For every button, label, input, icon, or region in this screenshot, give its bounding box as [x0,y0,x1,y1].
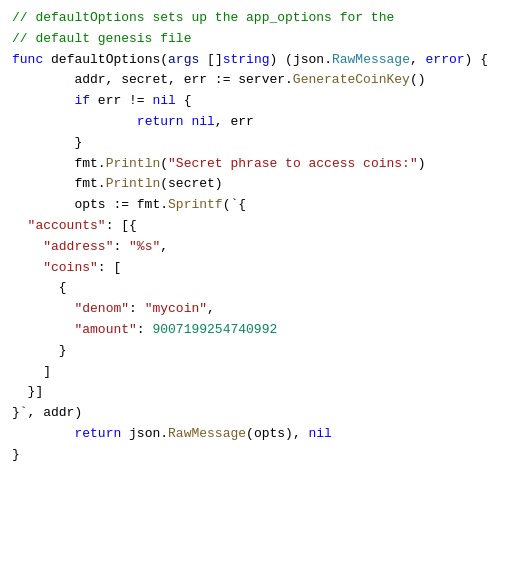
code-line: }] [0,382,525,403]
code-line: "address": "%s", [0,237,525,258]
code-token [12,239,43,254]
line-content: } [12,445,20,466]
code-token: , [160,239,168,254]
code-line: // defaultOptions sets up the app_option… [0,8,525,29]
code-token: defaultOptions [51,52,160,67]
code-line: opts := fmt.Sprintf(`{ [0,195,525,216]
code-line: func defaultOptions(args []string) (json… [0,50,525,71]
code-token: Println [106,156,161,171]
code-line: } [0,341,525,362]
code-token: . [324,52,332,67]
code-token: [] [199,52,222,67]
code-token: : [113,239,129,254]
code-token: ) { [465,52,488,67]
code-token: nil [152,93,175,108]
code-token: () [410,72,426,87]
code-line: } [0,133,525,154]
code-token [12,218,28,233]
line-content: }`, addr) [12,403,82,424]
code-token [12,426,74,441]
code-token: error [426,52,465,67]
line-content: "coins": [ [12,258,121,279]
code-token [12,322,74,337]
code-token: . [160,426,168,441]
code-token: fmt [12,156,98,171]
code-line: "amount": 9007199254740992 [0,320,525,341]
line-content: "accounts": [{ [12,216,137,237]
code-token: // default genesis file [12,31,191,46]
code-token: : [137,322,153,337]
line-content: "amount": 9007199254740992 [12,320,277,341]
code-token: . [160,197,168,212]
code-token: } [12,135,82,150]
line-content: return json.RawMessage(opts), nil [12,424,332,445]
code-line: // default genesis file [0,29,525,50]
code-token: string [223,52,270,67]
code-line: }`, addr) [0,403,525,424]
code-token: nil [191,114,214,129]
code-editor: // defaultOptions sets up the app_option… [0,0,525,474]
code-token: : [ [98,260,121,275]
code-token [12,114,137,129]
line-content: if err != nil { [12,91,191,112]
code-token: GenerateCoinKey [293,72,410,87]
code-line: { [0,278,525,299]
code-token: return [137,114,184,129]
code-token: "accounts" [28,218,106,233]
line-content: } [12,133,82,154]
code-token: , addr) [28,405,83,420]
code-token: } [12,447,20,462]
line-content: fmt.Println("Secret phrase to access coi… [12,154,426,175]
code-token: json [121,426,160,441]
line-content: return nil, err [12,112,254,133]
code-token: ) [418,156,426,171]
code-token: "mycoin" [145,301,207,316]
code-token: 9007199254740992 [152,322,277,337]
code-line: if err != nil { [0,91,525,112]
code-token: . [285,72,293,87]
code-token: ( [160,156,168,171]
line-content: opts := fmt.Sprintf(`{ [12,195,246,216]
code-token: , [207,301,215,316]
code-token: "%s" [129,239,160,254]
code-token [12,260,43,275]
code-token: args [168,52,199,67]
code-token: RawMessage [332,52,410,67]
code-token: Sprintf [168,197,223,212]
code-token [12,93,74,108]
code-token: json [293,52,324,67]
code-token: { [176,93,192,108]
code-token: }] [12,384,43,399]
line-content: // default genesis file [12,29,191,50]
line-content: addr, secret, err := server.GenerateCoin… [12,70,426,91]
code-token: err != [90,93,152,108]
code-token: (secret) [160,176,222,191]
code-token: "coins" [43,260,98,275]
line-content: func defaultOptions(args []string) (json… [12,50,488,71]
code-token: (`{ [223,197,246,212]
code-line: } [0,445,525,466]
code-token: ] [12,364,51,379]
line-content: }] [12,382,43,403]
code-token: RawMessage [168,426,246,441]
code-token: // defaultOptions sets up the app_option… [12,10,394,25]
code-token: . [98,156,106,171]
code-token: nil [309,426,332,441]
code-token: opts := fmt [12,197,160,212]
code-token: addr, secret, err := server [12,72,285,87]
code-token: Println [106,176,161,191]
code-line: fmt.Println(secret) [0,174,525,195]
line-content: { [12,278,67,299]
code-line: return nil, err [0,112,525,133]
code-line: return json.RawMessage(opts), nil [0,424,525,445]
code-line: "denom": "mycoin", [0,299,525,320]
code-token: "denom" [74,301,129,316]
code-line: "accounts": [{ [0,216,525,237]
code-token: "amount" [74,322,136,337]
code-token: , err [215,114,254,129]
code-token: (opts), [246,426,308,441]
code-token: if [74,93,90,108]
code-token: "address" [43,239,113,254]
code-line: "coins": [ [0,258,525,279]
code-line: ] [0,362,525,383]
